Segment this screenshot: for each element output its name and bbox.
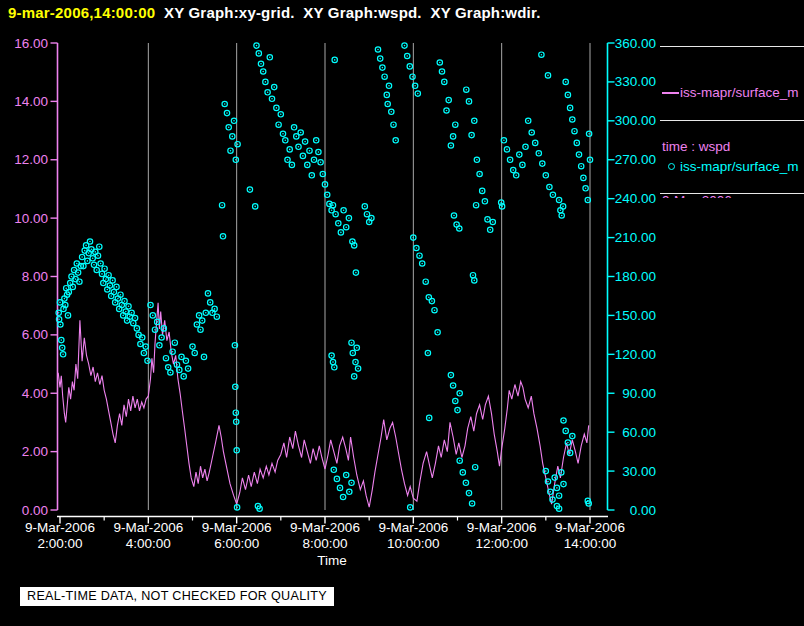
svg-text:10:00:00: 10:00:00: [387, 536, 440, 551]
svg-text:6.00: 6.00: [22, 327, 48, 342]
svg-text:10.00: 10.00: [14, 211, 48, 226]
svg-text:2:00:00: 2:00:00: [37, 536, 82, 551]
legend-separator-bottom: [660, 193, 804, 194]
svg-text:14.00: 14.00: [14, 94, 48, 109]
wdir-point-sample-icon: [668, 163, 675, 170]
left-axis-wspd: 16.0014.0012.0010.008.006.004.002.000.00: [14, 36, 57, 518]
svg-text:330.00: 330.00: [615, 74, 656, 89]
wspd-line-series: [58, 303, 589, 507]
svg-text:9-Mar-2006: 9-Mar-2006: [113, 520, 183, 535]
svg-text:12:00:00: 12:00:00: [475, 536, 528, 551]
svg-text:8:00:00: 8:00:00: [302, 536, 347, 551]
grid-lines: [148, 43, 590, 510]
svg-text:300.00: 300.00: [615, 113, 656, 128]
svg-text:8.00: 8.00: [22, 269, 48, 284]
svg-text:0.00: 0.00: [22, 503, 48, 518]
svg-text:360.00: 360.00: [615, 36, 656, 51]
svg-text:210.00: 210.00: [615, 230, 656, 245]
svg-text:6:00:00: 6:00:00: [214, 536, 259, 551]
wdir-scatter-series: [56, 43, 593, 512]
svg-text:9-Mar-2006: 9-Mar-2006: [25, 520, 95, 535]
svg-text:Time: Time: [317, 553, 347, 568]
svg-text:14:00:00: 14:00:00: [564, 536, 617, 551]
svg-text:9-Mar-2006: 9-Mar-2006: [555, 520, 625, 535]
svg-text:9-Mar-2006: 9-Mar-2006: [378, 520, 448, 535]
svg-text:180.00: 180.00: [615, 269, 656, 284]
svg-text:150.00: 150.00: [615, 308, 656, 323]
svg-text:2.00: 2.00: [22, 444, 48, 459]
svg-text:0.00: 0.00: [630, 503, 656, 518]
quality-disclaimer: REAL-TIME DATA, NOT CHECKED FOR QUALITY: [20, 587, 334, 606]
svg-text:120.00: 120.00: [615, 347, 656, 362]
wdir-source-label: iss-mapr/surface_m: [680, 159, 799, 174]
xy-graph-window: 9-mar-2006,14:00:00 XY Graph:xy-grid. XY…: [0, 0, 804, 626]
wspd-source-label: iss-mapr/surface_m: [680, 85, 799, 100]
svg-text:9-Mar-2006: 9-Mar-2006: [290, 520, 360, 535]
legend-entry-wdir: iss-mapr/surface_m time : wdir 9-Mar-200…: [662, 122, 804, 198]
legend-separator-top: [660, 46, 804, 47]
svg-text:90.00: 90.00: [622, 386, 656, 401]
svg-text:12.00: 12.00: [14, 152, 48, 167]
svg-text:9-Mar-2006: 9-Mar-2006: [202, 520, 272, 535]
svg-text:4.00: 4.00: [22, 386, 48, 401]
svg-text:270.00: 270.00: [615, 152, 656, 167]
svg-text:30.00: 30.00: [622, 464, 656, 479]
svg-text:240.00: 240.00: [615, 191, 656, 206]
svg-text:4:00:00: 4:00:00: [126, 536, 171, 551]
wspd-line-sample-icon: [662, 92, 679, 94]
svg-text:16.00: 16.00: [14, 36, 48, 51]
legend-panel: iss-mapr/surface_m time : wspd 9-Mar-200…: [660, 38, 804, 198]
legend-separator-middle: [660, 120, 804, 121]
svg-text:9-Mar-2006: 9-Mar-2006: [467, 520, 537, 535]
svg-text:60.00: 60.00: [622, 425, 656, 440]
right-axis-wdir: 360.00330.00300.00270.00240.00210.00180.…: [608, 36, 657, 518]
x-axis: 9-Mar-20062:00:009-Mar-20064:00:009-Mar-…: [25, 517, 625, 569]
